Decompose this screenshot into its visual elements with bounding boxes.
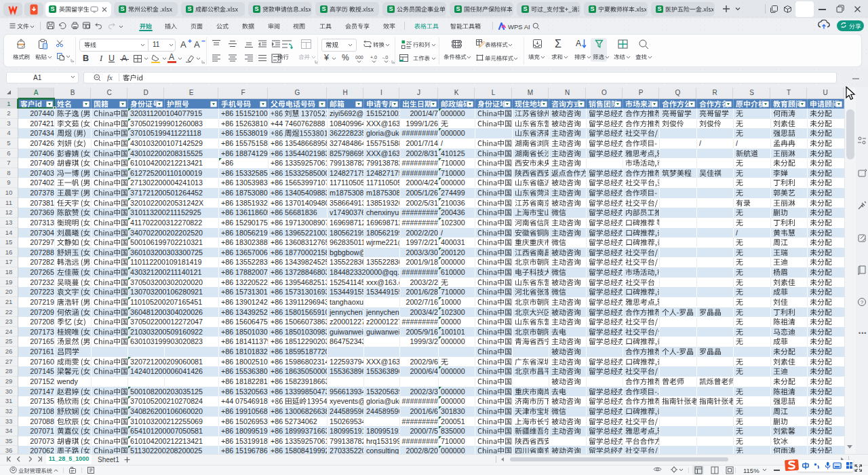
svg-text:A: A <box>194 39 200 50</box>
svg-text:Σ: Σ <box>555 38 561 50</box>
svg-text:000: 000 <box>355 55 363 60</box>
svg-text:A: A <box>576 39 581 48</box>
svg-text:-.0: -.0 <box>382 55 388 60</box>
svg-text:A: A <box>180 39 186 50</box>
svg-text:2D: 2D <box>406 40 412 46</box>
svg-text:+.0: +.0 <box>370 55 377 60</box>
svg-text:?: ? <box>861 299 864 305</box>
